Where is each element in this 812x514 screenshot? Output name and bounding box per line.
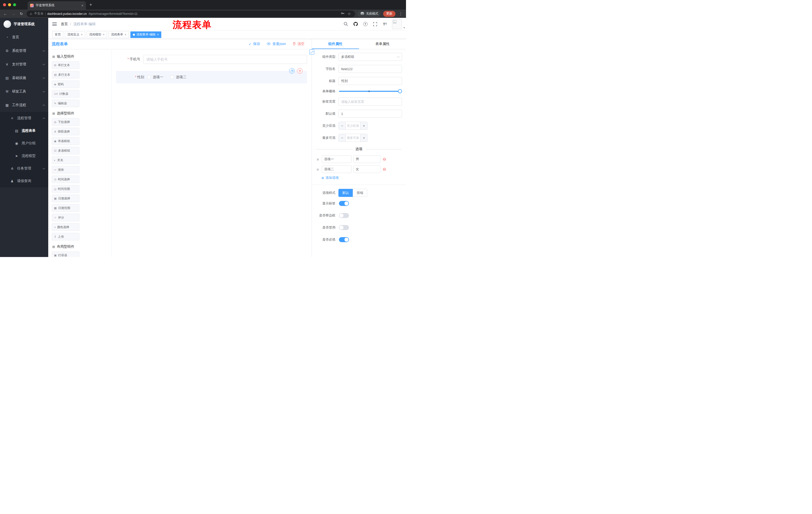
min-select-value[interactable]: 至少应选 (346, 122, 360, 130)
style-default-button[interactable]: 默认 (339, 189, 353, 197)
library-item-counter[interactable]: 123计数器 (52, 90, 79, 98)
canvas-field-phone[interactable]: *手机号 (116, 55, 307, 64)
sidebar-item-infra[interactable]: ▤ 基础设施 (0, 71, 48, 85)
option-2-value-input[interactable] (353, 165, 381, 173)
close-icon[interactable]: × (157, 33, 159, 36)
max-select-value[interactable]: 最多可选 (346, 134, 360, 141)
disabled-toggle[interactable] (339, 225, 349, 230)
tag-process-definition[interactable]: 流程定义 × (65, 31, 85, 38)
tag-process-form[interactable]: 流程表单 × (109, 31, 129, 38)
library-item-single-text[interactable]: ⊟单行文本 (52, 61, 79, 69)
field-name-input[interactable] (339, 65, 402, 73)
window-close-button[interactable] (3, 3, 6, 6)
close-icon[interactable]: × (81, 33, 83, 36)
password-key-icon[interactable] (341, 11, 345, 16)
sidebar-item-task-management[interactable]: ⋔ 任务管理 (0, 162, 48, 175)
window-minimize-button[interactable] (8, 3, 11, 6)
sidebar-item-workflow[interactable]: ▦ 工作流程 (0, 98, 48, 112)
library-item-rate[interactable]: ☆评分 (52, 214, 79, 221)
browser-update-button[interactable]: 更新 (383, 11, 396, 17)
fullscreen-icon[interactable] (372, 21, 378, 27)
address-bar[interactable]: ⚠ 不安全 dashboard.yudao.iocoder.cn/bpm/man… (27, 10, 355, 17)
sidebar-item-process-model[interactable]: ➤ 流程模型 (0, 150, 48, 162)
font-size-icon[interactable]: TT (382, 21, 388, 27)
library-item-multi-text[interactable]: ▤多行文本 (52, 71, 79, 78)
link-icon[interactable] (309, 50, 314, 55)
library-item-time-picker[interactable]: ◷时间选择 (52, 175, 79, 183)
style-button-button[interactable]: 按钮 (353, 189, 367, 197)
option-1-name-input[interactable] (322, 155, 351, 163)
sidebar-item-process-management[interactable]: ≡ 流程管理 (0, 112, 48, 125)
close-icon[interactable]: × (125, 33, 126, 36)
new-tab-button[interactable]: + (89, 2, 92, 7)
tab-form-props[interactable]: 表单属性 (359, 39, 406, 49)
library-item-time-range[interactable]: ◶时间范围 (52, 185, 79, 193)
clear-button[interactable]: 清空 (292, 42, 304, 46)
plus-button[interactable]: + (360, 134, 367, 141)
drag-handle-icon[interactable]: ≡ (316, 157, 320, 161)
bookmark-star-icon[interactable]: ☆ (346, 11, 352, 16)
delete-component-button[interactable] (297, 68, 302, 74)
gender-option-1[interactable]: 选项一 (147, 75, 163, 79)
library-item-date-range[interactable]: ▩日期范围 (52, 204, 79, 212)
search-icon[interactable] (343, 21, 348, 27)
canvas-field-gender-selected[interactable]: *性别 选项一 选项二 (116, 71, 307, 83)
library-item-cascader[interactable]: ⋔级联选择 (52, 128, 79, 135)
save-button[interactable]: ✓ 保存 (249, 42, 260, 46)
plus-button[interactable]: + (360, 122, 367, 130)
add-option-button[interactable]: ⊕ 添加选项 (321, 175, 402, 180)
library-item-upload[interactable]: ↥上传 (52, 233, 79, 240)
option-2-name-input[interactable] (322, 165, 351, 173)
grid-slider[interactable] (339, 91, 400, 92)
user-avatar[interactable]: ▾ (392, 19, 402, 29)
browser-menu-icon[interactable]: ⋮ (398, 11, 404, 16)
sidebar-item-home[interactable]: ◔ 首页 (0, 30, 48, 44)
option-1-value-input[interactable] (353, 155, 381, 163)
window-zoom-button[interactable] (13, 3, 16, 6)
copy-component-button[interactable] (289, 68, 295, 74)
border-toggle[interactable] (339, 213, 349, 218)
sidebar-item-leave-query[interactable]: ♟ 请假查询 (0, 175, 48, 187)
library-item-slider[interactable]: ⊸滑块 (52, 166, 79, 173)
back-icon[interactable]: ← (2, 11, 8, 16)
sidebar-item-process-form[interactable]: ▤ 流程表单 (0, 125, 48, 137)
browser-tab[interactable]: 芋道管理系统 × (28, 1, 86, 9)
breadcrumb-home[interactable]: 首页 (61, 22, 68, 26)
show-label-toggle[interactable] (339, 201, 349, 206)
minus-button[interactable]: − (339, 122, 346, 130)
required-toggle[interactable] (339, 237, 349, 242)
tab-component-props[interactable]: 组件属性 (312, 39, 359, 49)
gender-option-2[interactable]: 选项二 (170, 75, 186, 79)
sidebar-item-system[interactable]: ⚙ 系统管理 (0, 44, 48, 58)
phone-input[interactable] (143, 55, 307, 64)
component-type-select[interactable]: 多选框组 (339, 53, 402, 61)
view-json-button[interactable]: 查看json (266, 42, 286, 46)
tab-close-icon[interactable]: × (81, 3, 83, 7)
slider-handle[interactable] (398, 89, 402, 93)
forward-icon[interactable]: → (10, 11, 16, 16)
minus-button[interactable]: − (339, 134, 346, 141)
label-width-input[interactable] (339, 98, 402, 106)
remove-option-icon[interactable]: ⊖ (383, 157, 386, 161)
library-item-select[interactable]: ◎下拉选择 (52, 118, 79, 126)
tag-process-model[interactable]: 流程模型 × (87, 31, 107, 38)
library-item-row-container[interactable]: ▣行容器 (52, 251, 79, 257)
library-item-checkbox-group[interactable]: ☑多选框组 (52, 147, 79, 154)
drag-handle-icon[interactable]: ≡ (316, 167, 320, 171)
sidebar-toggle-icon[interactable] (52, 22, 57, 26)
library-item-radio-group[interactable]: ◉单选框组 (52, 137, 79, 145)
sidebar-item-user-group[interactable]: ◉ 用户分组 (0, 137, 48, 150)
github-icon[interactable] (353, 21, 358, 27)
title-input[interactable] (339, 77, 402, 85)
library-item-color-picker[interactable]: ◑颜色选择 (52, 223, 79, 231)
tag-home[interactable]: 首页 (52, 31, 63, 38)
tag-process-form-edit[interactable]: 流程表单-编辑 × (130, 31, 161, 38)
library-item-password[interactable]: ◈密码 (52, 80, 79, 88)
sidebar-item-devtools[interactable]: ⚒ 研发工具 (0, 85, 48, 98)
remove-option-icon[interactable]: ⊖ (383, 167, 386, 171)
library-item-date-picker[interactable]: ▦日期选择 (52, 195, 79, 202)
close-icon[interactable]: × (103, 33, 105, 36)
library-item-switch[interactable]: ◐开关 (52, 156, 79, 164)
library-item-editor[interactable]: ✎编辑器 (52, 100, 79, 107)
reload-icon[interactable]: ↻ (19, 11, 24, 16)
